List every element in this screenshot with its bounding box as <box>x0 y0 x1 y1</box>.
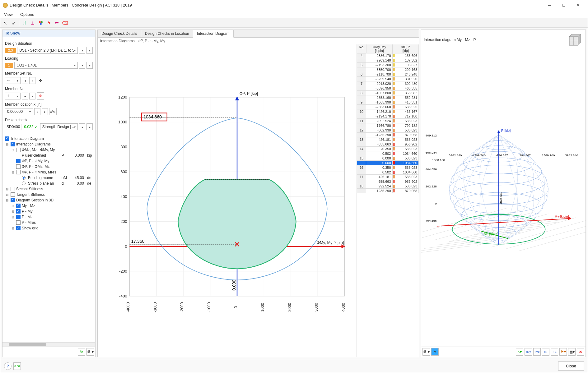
interaction-diagram-checkbox[interactable] <box>5 136 9 141</box>
table-row[interactable]: 11-992.524538.023 <box>357 119 419 123</box>
tree-pmy-checkbox[interactable] <box>16 159 21 163</box>
table-row[interactable]: 0.5021034.660 <box>357 170 419 175</box>
design-check-next[interactable]: ▸ <box>86 123 93 130</box>
member-set-dropdown[interactable]: -- <box>5 77 21 84</box>
tree-pmres2-checkbox[interactable] <box>16 220 21 225</box>
member-loc-prev[interactable]: ◂ <box>34 108 40 115</box>
chart3d-area[interactable]: 809.312606.984404.656202.3280-404.656398… <box>421 50 586 347</box>
rp-flag-icon[interactable]: ⚑▾ <box>559 348 567 356</box>
rp-axis-z-icon[interactable]: ↕-Z <box>551 348 558 356</box>
table-row[interactable]: 18992.524538.023 <box>357 184 419 189</box>
table-row[interactable]: 5-2193.300195.827 <box>357 63 419 67</box>
loading-prev[interactable]: ◂ <box>79 62 85 69</box>
table-row[interactable]: 10-1426.210466.167 <box>357 109 419 114</box>
rp-axis-my-icon[interactable]: ↕My <box>525 348 532 356</box>
member-no-dropdown[interactable]: 1 <box>5 93 21 99</box>
tool-scale-icon[interactable]: ⇵ <box>21 20 28 26</box>
table-row[interactable]: -3259.540381.920 <box>357 77 419 81</box>
table-row[interactable]: 14-0.350538.023 <box>357 147 419 151</box>
member-set-next[interactable]: ▸ <box>29 77 35 84</box>
table-row[interactable]: -2194.170717.180 <box>357 114 419 119</box>
tool-link-icon[interactable]: ⇄ <box>54 20 60 26</box>
left-print-icon[interactable]: 🖶 ▾ <box>86 348 94 356</box>
table-row[interactable]: 9-1665.990413.351 <box>357 100 419 105</box>
tree-stress-radio[interactable] <box>22 182 26 185</box>
table-row[interactable]: 13-426.181538.023 <box>357 137 419 142</box>
design-check-dropdown[interactable]: Strength Design | ... <box>40 123 78 130</box>
design-situation-next[interactable]: ▸ <box>86 47 93 54</box>
table-row[interactable]: 12-802.938538.023 <box>357 128 419 133</box>
table-row[interactable]: 6-2118.700248.248 <box>357 72 419 77</box>
tree-grid-checkbox[interactable] <box>16 226 21 230</box>
design-check-prev[interactable]: ◂ <box>79 123 85 130</box>
member-no-next[interactable]: ▸ <box>29 93 35 99</box>
tree-pmz-checkbox[interactable] <box>16 164 21 169</box>
tab-interaction-diagram[interactable]: Interaction Diagram <box>193 30 234 38</box>
table-row[interactable]: 160.350538.023 <box>357 165 419 170</box>
tree-bending-radio[interactable] <box>22 176 26 180</box>
tool-axis-icon[interactable]: ⊥ <box>29 20 36 26</box>
tree-pmy2-checkbox[interactable] <box>16 209 21 214</box>
table-row[interactable]: -2563.060635.925 <box>357 105 419 109</box>
loading-next[interactable]: ▸ <box>86 62 93 69</box>
rp-iso-icon[interactable]: ▦▾ <box>568 348 576 356</box>
minimize-button[interactable]: ─ <box>542 0 557 10</box>
table-row[interactable]: 1235.290870.958 <box>357 189 419 193</box>
left-hscroll[interactable] <box>2 342 95 347</box>
table-row[interactable]: 17426.181538.023 <box>357 175 419 179</box>
tool-clear-icon[interactable]: ⌫ <box>62 20 68 26</box>
tree-tangent-checkbox[interactable] <box>11 192 15 197</box>
tab-design-checks-location[interactable]: Design Checks in Location <box>141 30 193 37</box>
table-row[interactable]: -0.5021034.660 <box>357 151 419 156</box>
table-row[interactable]: 8-1857.800358.982 <box>357 91 419 95</box>
tree-mzmy-checkbox[interactable] <box>16 148 21 152</box>
tab-design-check-details[interactable]: Design Check Details <box>98 30 141 37</box>
table-row[interactable]: 4-2386.170153.696 <box>357 53 419 58</box>
design-situation-dropdown[interactable]: DS1 - Section 2.3 (LRFD), 1. to 5. <box>17 47 78 54</box>
close-window-button[interactable]: ✕ <box>571 0 585 10</box>
tree-3d-checkbox[interactable] <box>11 198 15 202</box>
tool-colors-icon[interactable] <box>37 20 44 26</box>
tree-mymz-checkbox[interactable] <box>16 204 21 208</box>
rp-print-icon[interactable]: 🖶 ▾ <box>422 348 430 356</box>
rp-home-icon[interactable]: ⌂▾ <box>516 348 523 356</box>
rp-style-icon[interactable]: A <box>431 348 439 356</box>
rp-axis-mz-icon[interactable]: ↕Mz <box>533 348 541 356</box>
interaction-chart[interactable]: -4000-3000-2000-100001000200030004000-40… <box>98 44 357 357</box>
rp-reset-icon[interactable]: ✖ <box>577 348 584 356</box>
rp-axis-n-icon[interactable]: ↕N <box>542 348 549 356</box>
tool-flag-icon[interactable]: ⚑ <box>45 20 52 26</box>
help-icon[interactable]: ? <box>4 362 12 370</box>
table-row[interactable]: -2858.160552.281 <box>357 95 419 100</box>
tree-root-checkbox[interactable] <box>11 142 15 146</box>
member-no-prev[interactable]: ◂ <box>22 93 28 99</box>
tool-select-icon[interactable]: ↖ <box>2 20 9 26</box>
tree-pmres-checkbox[interactable] <box>16 170 21 174</box>
table-row[interactable]: -655.663956.902 <box>357 142 419 147</box>
close-button[interactable]: Close <box>558 361 584 371</box>
menu-view[interactable]: View <box>3 12 14 17</box>
table-row[interactable]: 0.0001034.660 <box>357 161 419 165</box>
left-refresh-icon[interactable]: ↻ <box>78 348 85 356</box>
table-row[interactable]: -1766.780792.182 <box>357 123 419 128</box>
tree-secant-checkbox[interactable] <box>11 187 15 191</box>
menu-options[interactable]: Options <box>19 12 35 17</box>
units-icon[interactable]: 0.00 <box>13 362 21 370</box>
table-row[interactable]: 150.000538.023 <box>357 156 419 161</box>
tool-zoom-icon[interactable]: ⤢ <box>10 20 17 26</box>
data-table[interactable]: No. ΦMy, My[kipin] ΦP, P[kip] 4-2386.170… <box>357 44 419 357</box>
loading-dropdown[interactable]: CO1 - 1.40D <box>14 62 78 69</box>
design-situation-prev[interactable]: ◂ <box>79 47 85 54</box>
table-row[interactable]: -3096.950465.355 <box>357 86 419 91</box>
member-loc-next[interactable]: ▸ <box>42 108 48 115</box>
maximize-button[interactable]: ☐ <box>557 0 571 10</box>
tree-pmz2-checkbox[interactable] <box>16 215 21 219</box>
table-row[interactable]: -3350.700299.163 <box>357 67 419 72</box>
table-row[interactable]: 655.663956.902 <box>357 179 419 184</box>
table-row[interactable]: -1235.290870.958 <box>357 133 419 137</box>
view-cube-icon[interactable] <box>566 31 583 48</box>
member-no-pick-icon[interactable]: ✥ <box>37 92 44 100</box>
table-row[interactable]: 7-2013.020302.480 <box>357 81 419 86</box>
member-loc-x-icon[interactable]: x/x₀ <box>49 108 57 115</box>
member-loc-dropdown[interactable]: 0.000000 <box>5 108 33 115</box>
